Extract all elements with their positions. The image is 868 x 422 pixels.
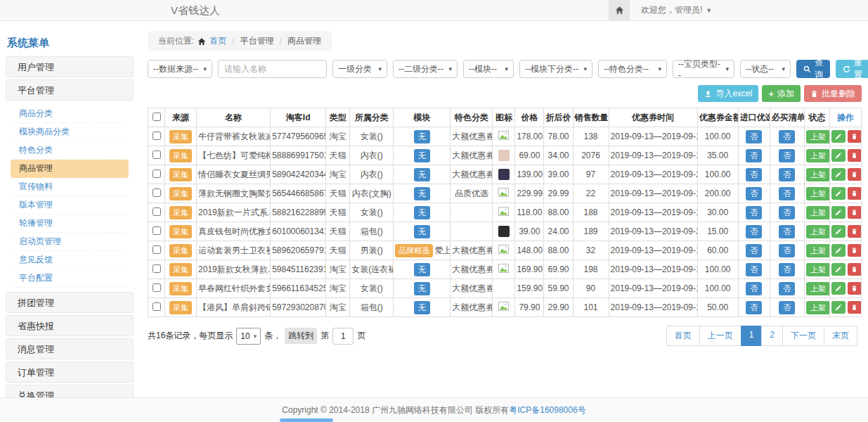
row-checkbox[interactable]	[153, 226, 161, 235]
filter-select-0[interactable]: --数据来源--▾	[148, 60, 212, 78]
status-button[interactable]: 上架	[806, 149, 830, 162]
horizontal-scrollbar-thumb[interactable]	[280, 418, 333, 422]
page-button-4[interactable]: 下一页	[782, 326, 824, 346]
sidebar-section-platform[interactable]: 平台管理	[6, 79, 134, 101]
delete-button[interactable]	[848, 282, 862, 295]
imported-toggle-button[interactable]: 否	[746, 187, 762, 200]
filter-select-2[interactable]: 一级分类▾	[332, 60, 387, 78]
edit-button[interactable]	[831, 282, 846, 295]
sidebar-item-promo-materials[interactable]: 宣传物料	[11, 178, 129, 196]
row-checkbox[interactable]	[153, 245, 161, 254]
must-buy-toggle-button[interactable]: 否	[779, 149, 795, 162]
filter-select-3[interactable]: --二级分类--▾	[393, 60, 458, 78]
edit-button[interactable]	[831, 244, 846, 257]
filter-select-5[interactable]: --模块下分类--▾	[519, 60, 592, 78]
status-button[interactable]: 上架	[806, 206, 830, 219]
sidebar-section-group-buy[interactable]: 拼团管理	[6, 292, 134, 313]
imported-toggle-button[interactable]: 否	[746, 244, 762, 257]
delete-button[interactable]	[848, 187, 862, 200]
row-checkbox[interactable]	[153, 151, 161, 159]
imported-toggle-button[interactable]: 否	[746, 168, 762, 181]
row-checkbox[interactable]	[153, 283, 161, 292]
imported-toggle-button[interactable]: 否	[746, 225, 762, 238]
filter-select-7[interactable]: --宝贝类型--▾	[673, 60, 734, 78]
search-button[interactable]: 查询	[796, 60, 830, 78]
edit-button[interactable]	[831, 168, 846, 181]
status-button[interactable]: 上架	[806, 168, 830, 181]
delete-button[interactable]	[848, 244, 862, 257]
icp-link[interactable]: 粤ICP备16098006号	[509, 404, 585, 416]
name-search-input[interactable]	[218, 60, 327, 78]
sidebar-item-carousel[interactable]: 轮播管理	[11, 215, 129, 233]
sidebar-item-splash-page[interactable]: 启动页管理	[11, 233, 129, 251]
must-buy-toggle-button[interactable]: 否	[779, 263, 795, 276]
filter-select-4[interactable]: --模块--▾	[463, 60, 514, 78]
delete-button[interactable]	[848, 168, 862, 181]
filter-select-6[interactable]: --特色分类--▾	[598, 60, 667, 78]
page-button-2[interactable]: 1	[741, 326, 763, 346]
edit-button[interactable]	[831, 263, 846, 276]
status-button[interactable]: 上架	[806, 282, 830, 295]
status-button[interactable]: 上架	[806, 301, 830, 314]
row-checkbox[interactable]	[153, 264, 161, 273]
user-menu[interactable]: 欢迎您，管理员! ▼	[641, 4, 712, 16]
page-button-5[interactable]: 末页	[824, 326, 857, 346]
must-buy-toggle-button[interactable]: 否	[779, 187, 795, 200]
delete-button[interactable]	[848, 149, 862, 162]
row-checkbox[interactable]	[153, 302, 161, 311]
delete-button[interactable]	[848, 130, 862, 143]
imported-toggle-button[interactable]: 否	[746, 206, 762, 219]
edit-button[interactable]	[831, 206, 846, 219]
import-excel-button[interactable]: 导入excel	[698, 85, 758, 102]
jump-page-input[interactable]	[332, 328, 354, 345]
sidebar-item-feature-category[interactable]: 特色分类	[11, 141, 129, 160]
must-buy-toggle-button[interactable]: 否	[779, 206, 795, 219]
row-checkbox[interactable]	[153, 207, 161, 216]
delete-button[interactable]	[848, 301, 862, 314]
sidebar-item-goods-category[interactable]: 商品分类	[11, 105, 129, 123]
batch-delete-button[interactable]: 批量删除	[804, 85, 862, 102]
page-button-0[interactable]: 首页	[666, 326, 700, 346]
must-buy-toggle-button[interactable]: 否	[779, 130, 795, 143]
delete-button[interactable]	[848, 225, 862, 238]
imported-toggle-button[interactable]: 否	[746, 130, 762, 143]
status-button[interactable]: 上架	[806, 263, 830, 276]
add-button[interactable]: + 添加	[762, 85, 801, 102]
sidebar-section-orders[interactable]: 订单管理	[6, 362, 134, 383]
must-buy-toggle-button[interactable]: 否	[779, 301, 795, 314]
row-checkbox[interactable]	[153, 188, 161, 197]
edit-button[interactable]	[831, 301, 846, 314]
delete-button[interactable]	[848, 206, 862, 219]
sidebar-item-version[interactable]: 版本管理	[11, 196, 129, 215]
page-size-select[interactable]: 10 ▾	[236, 328, 261, 345]
breadcrumb-home-link[interactable]: 首页	[209, 35, 226, 47]
imported-toggle-button[interactable]: 否	[746, 263, 762, 276]
row-checkbox[interactable]	[153, 170, 161, 178]
row-checkbox[interactable]	[153, 132, 161, 140]
edit-button[interactable]	[831, 225, 846, 238]
imported-toggle-button[interactable]: 否	[746, 282, 762, 295]
must-buy-toggle-button[interactable]: 否	[779, 244, 795, 257]
sidebar-section-users[interactable]: 用户管理	[6, 56, 134, 77]
status-button[interactable]: 上架	[806, 225, 830, 238]
must-buy-toggle-button[interactable]: 否	[779, 225, 795, 238]
edit-button[interactable]	[831, 130, 846, 143]
must-buy-toggle-button[interactable]: 否	[779, 282, 795, 295]
status-button[interactable]: 上架	[806, 130, 830, 143]
page-button-1[interactable]: 上一页	[699, 326, 741, 346]
delete-button[interactable]	[848, 263, 862, 276]
sidebar-section-express-news[interactable]: 省惠快报	[6, 315, 134, 336]
imported-toggle-button[interactable]: 否	[746, 301, 762, 314]
sidebar-item-platform-config[interactable]: 平台配置	[11, 269, 129, 288]
status-button[interactable]: 上架	[806, 187, 830, 200]
sidebar-item-module-goods-category[interactable]: 模块商品分类	[11, 123, 129, 141]
reset-button[interactable]: 重置	[836, 60, 868, 78]
sidebar-item-goods-management[interactable]: 商品管理	[11, 160, 129, 178]
edit-button[interactable]	[831, 187, 846, 200]
home-button[interactable]	[609, 0, 630, 20]
edit-button[interactable]	[831, 149, 846, 162]
filter-select-8[interactable]: --状态--▾	[740, 60, 791, 78]
status-button[interactable]: 上架	[806, 244, 830, 257]
sidebar-section-messages[interactable]: 消息管理	[6, 338, 134, 359]
page-button-3[interactable]: 2	[761, 326, 783, 346]
